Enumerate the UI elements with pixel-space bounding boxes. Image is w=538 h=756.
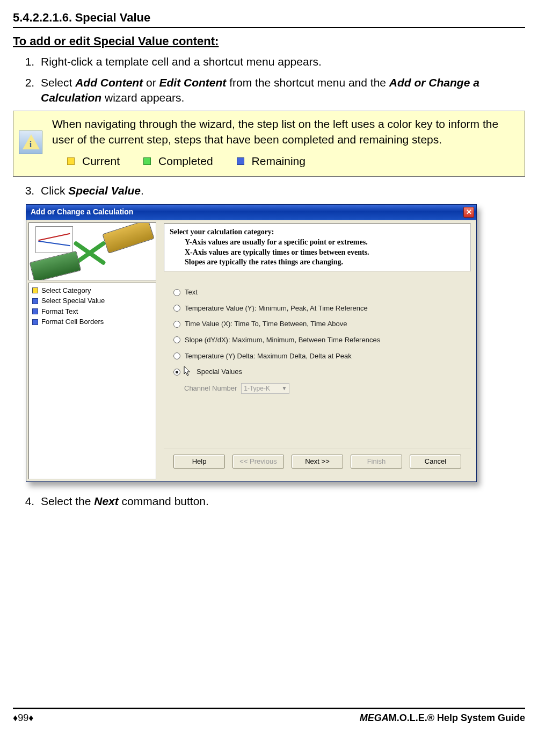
- prompt-title: Select your calculation category:: [170, 227, 465, 237]
- close-button[interactable]: ✕: [463, 207, 474, 218]
- channel-select: 1-Type-K ▼: [241, 383, 289, 394]
- finish-button: Finish: [351, 455, 402, 469]
- step-2: Select Add Content or Edit Content from …: [38, 75, 525, 106]
- wizard-step-label: Format Cell Borders: [41, 317, 104, 327]
- procedure-heading: To add or edit Special Value content:: [13, 33, 525, 49]
- swatch-current-icon: [67, 157, 75, 165]
- radio-icon: [173, 336, 180, 343]
- step-3: Click Special Value.: [38, 183, 525, 198]
- wizard-left-column: Select Category Select Special Value For…: [26, 220, 158, 481]
- step-marker-remaining-icon: [32, 319, 38, 325]
- wizard-step-label: Format Text: [41, 307, 78, 316]
- help-button[interactable]: Help: [173, 455, 225, 469]
- legend-row: Current Completed Remaining: [52, 154, 517, 169]
- wizard-header-image: [28, 222, 156, 280]
- option-label: Temperature (Y) Delta: Maximum Delta, De…: [185, 351, 352, 361]
- legend-remaining: Remaining: [252, 154, 306, 169]
- category-options: Text Temperature Value (Y): Minimum, Pea…: [164, 271, 471, 448]
- window-title: Add or Change a Calculation: [31, 207, 133, 217]
- wizard-step-item: Format Text: [32, 306, 152, 317]
- note-body: When navigating through the wizard, the …: [52, 117, 517, 169]
- step-marker-current-icon: [32, 287, 38, 293]
- channel-row: Channel Number 1-Type-K ▼: [184, 383, 467, 394]
- radio-icon: [173, 352, 180, 359]
- option-time-value[interactable]: Time Value (X): Time To, Time Between, T…: [173, 319, 467, 329]
- step-1-text: Right-click a template cell and a shortc…: [41, 55, 322, 68]
- radio-icon: [173, 305, 180, 312]
- option-slope[interactable]: Slope (dY/dX): Maximum, Minimum, Between…: [173, 335, 467, 345]
- chart-icon: [35, 226, 73, 253]
- next-button[interactable]: Next >>: [292, 455, 343, 469]
- wizard-body: Select Category Select Special Value For…: [26, 220, 476, 481]
- section-title: Special Value: [75, 11, 151, 24]
- cancel-button[interactable]: Cancel: [410, 455, 461, 469]
- wizard-step-label: Select Special Value: [41, 296, 105, 306]
- wizard-step-item: Select Category: [32, 285, 152, 296]
- procedure-list-cont: Click Special Value.: [31, 183, 525, 198]
- close-icon: ✕: [466, 207, 472, 217]
- step-4: Select the Next command button.: [38, 494, 525, 509]
- svg-marker-0: [184, 366, 190, 376]
- channel-value: 1-Type-K: [244, 384, 270, 393]
- wizard-step-item: Format Cell Borders: [32, 316, 152, 327]
- option-label: Text: [185, 287, 198, 297]
- procedure-list-cont2: Select the Next command button.: [31, 494, 525, 509]
- wizard-prompt: Select your calculation category: Y-Axis…: [164, 224, 471, 272]
- procedure-list: Right-click a template cell and a shortc…: [31, 54, 525, 105]
- info-icon: [19, 131, 42, 154]
- option-label: Special Values: [197, 367, 242, 377]
- cursor-icon: [185, 367, 192, 377]
- option-temperature-value[interactable]: Temperature Value (Y): Minimum, Peak, At…: [173, 304, 467, 313]
- section-number: 5.4.2.2.1.6.: [13, 11, 72, 24]
- wizard-button-row: Help << Previous Next >> Finish Cancel: [164, 449, 471, 476]
- wizard-step-item: Select Special Value: [32, 296, 152, 306]
- option-delta[interactable]: Temperature (Y) Delta: Maximum Delta, De…: [173, 351, 467, 361]
- section-divider: [13, 27, 525, 28]
- wizard-right-column: Select your calculation category: Y-Axis…: [158, 220, 476, 481]
- option-label: Slope (dY/dX): Maximum, Minimum, Between…: [185, 335, 380, 345]
- page-number: ♦99♦: [13, 711, 33, 724]
- guide-title: MEGAM.O.L.E.® Help System Guide: [360, 711, 525, 724]
- option-label: Time Value (X): Time To, Time Between, T…: [185, 319, 347, 329]
- previous-button: << Previous: [232, 455, 284, 469]
- radio-icon: [173, 289, 180, 296]
- step-marker-remaining-icon: [32, 308, 38, 314]
- wizard-dialog: Add or Change a Calculation ✕ Select Cat…: [26, 204, 477, 482]
- legend-completed: Completed: [158, 154, 213, 169]
- device-icon: [102, 222, 154, 254]
- page-footer: ♦99♦ MEGAM.O.L.E.® Help System Guide: [13, 708, 525, 724]
- board-icon: [30, 250, 82, 280]
- prompt-line-3: Slopes are typically the rates things ar…: [170, 257, 465, 268]
- swatch-completed-icon: [143, 157, 151, 165]
- note-text: When navigating through the wizard, the …: [52, 117, 517, 147]
- channel-label: Channel Number: [184, 384, 237, 393]
- section-header: 5.4.2.2.1.6. Special Value: [13, 10, 525, 26]
- wizard-step-label: Select Category: [41, 286, 91, 296]
- prompt-line-1: Y-Axis values are usually for a specific…: [170, 237, 465, 248]
- option-text[interactable]: Text: [173, 287, 467, 297]
- prompt-line-2: X-Axis values are typically times or tim…: [170, 248, 465, 258]
- legend-current: Current: [82, 154, 120, 169]
- option-label: Temperature Value (Y): Minimum, Peak, At…: [185, 304, 368, 313]
- wizard-steps-list: Select Category Select Special Value For…: [28, 283, 156, 479]
- option-special-values[interactable]: Special Values: [173, 367, 467, 377]
- note-callout: When navigating through the wizard, the …: [13, 111, 525, 177]
- titlebar[interactable]: Add or Change a Calculation ✕: [26, 205, 476, 220]
- swatch-remaining-icon: [237, 157, 244, 165]
- chevron-down-icon: ▼: [281, 385, 287, 392]
- step-marker-remaining-icon: [32, 298, 38, 304]
- radio-icon: [173, 321, 180, 328]
- step-1: Right-click a template cell and a shortc…: [38, 54, 525, 69]
- radio-selected-icon: [173, 369, 180, 376]
